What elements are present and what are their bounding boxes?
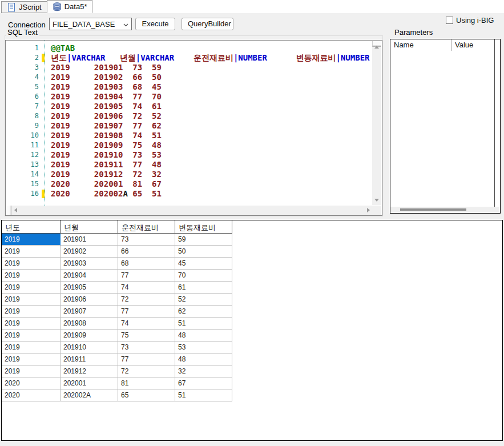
grid-cell[interactable]: 74 — [118, 282, 175, 294]
grid-cell[interactable]: 73 — [118, 234, 175, 246]
sql-line[interactable]: 112019 201909 75 48 — [6, 140, 372, 150]
grid-cell[interactable]: 2019 — [2, 306, 61, 318]
grid-cell[interactable]: 2019 — [2, 258, 61, 270]
grid-cell[interactable]: 201912 — [61, 365, 118, 377]
sql-line[interactable]: 92019 201907 77 62 — [6, 121, 372, 131]
grid-cell[interactable]: 2019 — [2, 365, 61, 377]
grid-cell[interactable]: 2019 — [2, 330, 61, 341]
grid-cell[interactable]: 50 — [175, 246, 232, 258]
scroll-right-icon[interactable] — [367, 208, 370, 212]
grid-cell[interactable]: 2019 — [2, 341, 61, 353]
sql-line[interactable]: 1@@TAB — [6, 43, 372, 53]
code-segment: 2019 201911 77 48 — [51, 160, 162, 169]
tab-data5[interactable]: Data5* — [47, 0, 93, 13]
scroll-up-icon[interactable] — [374, 46, 379, 49]
querybuilder-button[interactable]: QueryBuilder — [182, 18, 233, 30]
splitter-grip[interactable] — [6, 206, 11, 215]
parameters-horizontal-scrollbar[interactable] — [390, 207, 500, 213]
grid-cell[interactable]: 77 — [118, 306, 175, 318]
grid-cell[interactable]: 2019 — [2, 270, 61, 282]
grid-cell[interactable]: 72 — [118, 365, 175, 377]
grid-cell[interactable]: 72 — [118, 294, 175, 306]
sql-line[interactable]: 102019 201908 74 51 — [6, 131, 372, 140]
editor-horizontal-scrollbar[interactable] — [6, 206, 372, 215]
sql-line[interactable]: 152020 202001 81 67 — [6, 179, 372, 189]
grid-cell[interactable]: 68 — [118, 258, 175, 270]
grid-cell[interactable]: 45 — [175, 258, 232, 270]
grid-cell[interactable]: 201909 — [61, 330, 118, 341]
grid-cell[interactable]: 201910 — [61, 341, 118, 353]
sql-editor-content[interactable]: 1@@TAB2년도|VARCHAR 년월|VARCHAR 운전재료비|NUMBE… — [6, 41, 372, 206]
grid-cell[interactable]: 52 — [175, 294, 232, 306]
sql-line[interactable]: 32019 201901 73 59 — [6, 63, 372, 73]
tab-jscript[interactable]: JScript — [1, 1, 47, 13]
grid-cell[interactable]: 81 — [118, 377, 175, 389]
sql-line[interactable]: 72019 201905 74 61 — [6, 102, 372, 111]
sql-line[interactable]: 122019 201910 73 53 — [6, 150, 372, 160]
grid-cell[interactable]: 2019 — [2, 246, 61, 258]
code-text: 2019 201905 74 61 — [51, 102, 162, 111]
chevron-down-icon[interactable] — [123, 21, 129, 30]
grid-cell[interactable]: 73 — [118, 341, 175, 353]
sql-line[interactable]: 82019 201906 72 52 — [6, 111, 372, 121]
sql-line[interactable]: 2년도|VARCHAR 년월|VARCHAR 운전재료비|NUMBER 변동재료… — [6, 53, 372, 63]
connection-select[interactable]: FILE_DATA_BASE — [49, 18, 132, 30]
grid-cell[interactable]: 48 — [175, 353, 232, 365]
grid-cell[interactable]: 59 — [175, 234, 232, 246]
scrollbar-thumb[interactable] — [400, 208, 466, 211]
grid-cell[interactable]: 2019 — [2, 294, 61, 306]
grid-cell[interactable]: 201904 — [61, 270, 118, 282]
grid-cell[interactable]: 2019 — [2, 318, 61, 330]
grid-cell[interactable]: 2020 — [2, 389, 61, 401]
code-segment — [105, 53, 119, 62]
grid-cell[interactable]: 75 — [118, 330, 175, 341]
grid-cell[interactable]: 2019 — [2, 353, 61, 365]
sql-text-group-label: SQL Text — [6, 28, 39, 37]
grid-cell[interactable]: 201911 — [61, 353, 118, 365]
grid-cell[interactable]: 2019 — [2, 234, 61, 246]
grid-cell[interactable]: 48 — [175, 330, 232, 341]
code-segment: 2019 201910 73 53 — [51, 150, 162, 159]
using-ibig-checkbox[interactable] — [446, 17, 453, 24]
sql-line[interactable]: 132019 201911 77 48 — [6, 160, 372, 170]
grid-cell[interactable]: 202001 — [61, 377, 118, 389]
grid-cell[interactable]: 201908 — [61, 318, 118, 330]
grid-cell[interactable]: 61 — [175, 282, 232, 294]
grid-cell[interactable]: 2019 — [2, 282, 61, 294]
grid-cell[interactable]: 201902 — [61, 246, 118, 258]
parameters-body[interactable] — [390, 51, 495, 207]
grid-cell[interactable]: 201901 — [61, 234, 118, 246]
grid-cell[interactable]: 77 — [118, 270, 175, 282]
code-segment: 2019 201903 68 45 — [51, 82, 162, 91]
sql-line[interactable]: 62019 201904 77 70 — [6, 92, 372, 102]
grid-cell[interactable]: 67 — [175, 377, 232, 389]
sql-line[interactable]: 42019 201902 66 50 — [6, 73, 372, 82]
grid-cell[interactable]: 51 — [175, 389, 232, 401]
grid-cell[interactable]: 53 — [175, 341, 232, 353]
grid-cell[interactable]: 201905 — [61, 282, 118, 294]
sql-line[interactable]: 52019 201903 68 45 — [6, 82, 372, 92]
grid-column-header: 년월 — [61, 220, 118, 234]
scroll-down-icon[interactable] — [374, 199, 379, 202]
scroll-left-icon[interactable] — [14, 208, 17, 212]
grid-cell[interactable]: 74 — [118, 318, 175, 330]
grid-cell[interactable]: 66 — [118, 246, 175, 258]
grid-cell[interactable]: 70 — [175, 270, 232, 282]
sql-line[interactable]: 162020 202002A 65 51 — [6, 189, 372, 199]
grid-cell[interactable]: 51 — [175, 318, 232, 330]
grid-cell[interactable]: 201907 — [61, 306, 118, 318]
sql-line[interactable]: 142019 201912 72 32 — [6, 170, 372, 179]
parameters-vertical-scrollbar[interactable] — [494, 39, 500, 207]
code-segment: |NUMBER — [233, 53, 267, 62]
editor-vertical-scrollbar[interactable] — [372, 41, 381, 205]
grid-cell[interactable]: 201906 — [61, 294, 118, 306]
execute-button[interactable]: Execute — [135, 18, 175, 30]
grid-cell[interactable]: 202002A — [61, 389, 118, 401]
grid-cell[interactable]: 77 — [118, 353, 175, 365]
grid-cell[interactable]: 65 — [118, 389, 175, 401]
grid-cell[interactable]: 32 — [175, 365, 232, 377]
grid-cell[interactable]: 62 — [175, 306, 232, 318]
grid-cell[interactable]: 201903 — [61, 258, 118, 270]
grid-cell[interactable]: 2020 — [2, 377, 61, 389]
line-number: 16 — [6, 189, 39, 199]
